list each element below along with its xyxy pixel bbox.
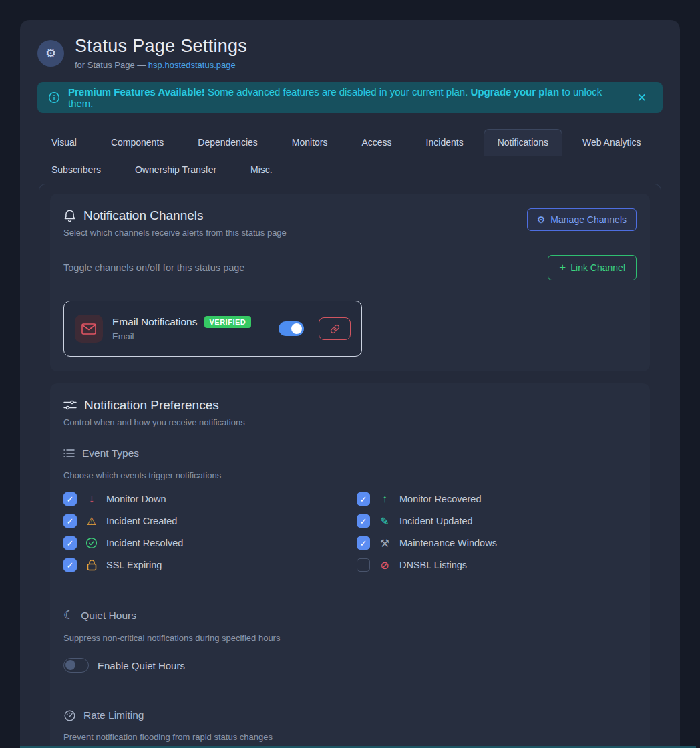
gear-icon: ⚙ bbox=[537, 214, 546, 225]
channels-title-row: Notification Channels bbox=[63, 208, 287, 223]
rate-limiting-subtitle: Prevent notification flooding from rapid… bbox=[63, 732, 637, 742]
event-types-title-row: Event Types bbox=[63, 447, 637, 459]
channel-link-button[interactable] bbox=[319, 317, 351, 340]
event-type-label: Incident Resolved bbox=[106, 538, 183, 548]
event-type-label: DNSBL Listings bbox=[399, 560, 467, 570]
tab-misc[interactable]: Misc. bbox=[236, 156, 287, 183]
tab-subscribers[interactable]: Subscribers bbox=[37, 156, 115, 183]
event-type-label: Maintenance Windows bbox=[399, 538, 497, 548]
preferences-subtitle: Control when and how you receive notific… bbox=[63, 417, 637, 427]
close-icon: ✕ bbox=[637, 91, 647, 104]
event-type-maintenance-windows[interactable]: ⚒ Maintenance Windows bbox=[357, 536, 637, 550]
event-types-subtitle: Choose which events trigger notification… bbox=[63, 470, 637, 480]
check-circle-icon bbox=[85, 537, 98, 549]
checkbox[interactable] bbox=[63, 492, 77, 506]
checkbox[interactable] bbox=[357, 492, 370, 506]
bell-icon bbox=[63, 209, 76, 223]
warning-triangle-icon: ⚠ bbox=[85, 515, 98, 528]
event-type-monitor-recovered[interactable]: ↑ Monitor Recovered bbox=[357, 492, 637, 506]
arrow-down-icon: ↓ bbox=[85, 493, 98, 505]
checkbox[interactable] bbox=[63, 514, 77, 528]
quiet-hours-title-row: ☾ Quiet Hours bbox=[63, 608, 637, 622]
channel-name: Email Notifications bbox=[112, 316, 198, 328]
checkbox[interactable] bbox=[357, 536, 370, 550]
event-types-grid: ↓ Monitor Down ↑ Monitor Recovered ⚠ Inc… bbox=[63, 492, 637, 572]
link-channel-label: Link Channel bbox=[570, 262, 625, 273]
rate-limiting-title: Rate Limiting bbox=[83, 709, 144, 721]
event-type-monitor-down[interactable]: ↓ Monitor Down bbox=[63, 492, 343, 506]
manage-channels-button[interactable]: ⚙ Manage Channels bbox=[527, 208, 637, 231]
channel-type: Email bbox=[112, 331, 269, 341]
notification-preferences-card: Notification Preferences Control when an… bbox=[50, 383, 650, 748]
info-icon bbox=[48, 91, 60, 104]
preferences-title-row: Notification Preferences bbox=[63, 398, 637, 413]
tab-web-analytics[interactable]: Web Analytics bbox=[568, 129, 655, 156]
event-type-label: Incident Created bbox=[106, 516, 177, 526]
banner-text: Premium Features Available! Some advance… bbox=[68, 86, 624, 109]
arrow-up-icon: ↑ bbox=[378, 493, 391, 505]
tab-visual[interactable]: Visual bbox=[37, 129, 91, 156]
channels-subtitle: Select which channels receive alerts fro… bbox=[63, 228, 287, 238]
ban-icon: ⊘ bbox=[378, 559, 391, 572]
email-channel-toggle[interactable] bbox=[279, 321, 304, 336]
moon-icon: ☾ bbox=[63, 608, 73, 622]
tab-access[interactable]: Access bbox=[347, 129, 405, 156]
event-types-title: Event Types bbox=[82, 447, 139, 459]
page-header: ⚙ Status Page Settings for Status Page —… bbox=[37, 36, 663, 70]
envelope-icon bbox=[81, 323, 96, 335]
tab-components[interactable]: Components bbox=[97, 129, 178, 156]
quiet-hours-toggle[interactable] bbox=[63, 658, 89, 673]
preferences-title: Notification Preferences bbox=[84, 398, 219, 413]
manage-channels-label: Manage Channels bbox=[550, 214, 627, 225]
page-title: Status Page Settings bbox=[75, 36, 247, 57]
gauge-icon bbox=[63, 710, 76, 721]
page-subtitle: for Status Page — hsp.hostedstatus.page bbox=[75, 60, 247, 70]
event-type-label: Incident Updated bbox=[399, 516, 473, 526]
toggle-knob bbox=[65, 660, 75, 670]
lock-icon bbox=[85, 559, 98, 571]
event-type-label: Monitor Recovered bbox=[399, 494, 482, 504]
tab-ownership-transfer[interactable]: Ownership Transfer bbox=[121, 156, 230, 183]
banner-bold: Premium Features Available! bbox=[68, 86, 205, 98]
section-divider bbox=[63, 689, 637, 689]
event-type-label: Monitor Down bbox=[106, 494, 166, 504]
checkbox[interactable] bbox=[357, 514, 370, 528]
premium-banner: Premium Features Available! Some advance… bbox=[37, 82, 663, 113]
crossed-tools-icon: ⚒ bbox=[378, 537, 391, 550]
status-page-link[interactable]: hsp.hostedstatus.page bbox=[148, 60, 236, 70]
settings-panel: ⚙ Status Page Settings for Status Page —… bbox=[20, 20, 680, 748]
upgrade-plan-link[interactable]: Upgrade your plan bbox=[471, 86, 560, 98]
settings-tabs: Visual Components Dependencies Monitors … bbox=[37, 129, 665, 184]
link-channel-button[interactable]: + Link Channel bbox=[548, 255, 637, 280]
banner-body: Some advanced features are disabled in y… bbox=[205, 86, 471, 98]
checkbox[interactable] bbox=[63, 558, 77, 572]
tab-incidents[interactable]: Incidents bbox=[412, 129, 478, 156]
checkbox[interactable] bbox=[357, 558, 370, 572]
event-type-incident-updated[interactable]: ✎ Incident Updated bbox=[357, 514, 637, 528]
event-type-incident-resolved[interactable]: Incident Resolved bbox=[63, 536, 343, 550]
tab-dependencies[interactable]: Dependencies bbox=[184, 129, 272, 156]
tab-monitors[interactable]: Monitors bbox=[278, 129, 342, 156]
sliders-icon bbox=[63, 399, 77, 411]
tab-notifications[interactable]: Notifications bbox=[484, 129, 562, 156]
pencil-icon: ✎ bbox=[378, 515, 391, 528]
checkbox[interactable] bbox=[63, 536, 77, 550]
toggle-knob bbox=[291, 323, 302, 334]
event-type-ssl-expiring[interactable]: SSL Expiring bbox=[63, 558, 343, 572]
quiet-hours-title: Quiet Hours bbox=[81, 610, 136, 622]
list-icon bbox=[63, 449, 75, 458]
channels-title: Notification Channels bbox=[83, 208, 204, 223]
notification-channels-card: Notification Channels Select which chann… bbox=[50, 194, 650, 371]
event-type-label: SSL Expiring bbox=[106, 560, 162, 570]
email-channel-card: Email Notifications VERIFIED Email bbox=[63, 301, 362, 357]
quiet-hours-toggle-label: Enable Quiet Hours bbox=[98, 660, 185, 671]
quiet-hours-subtitle: Suppress non-critical notifications duri… bbox=[63, 633, 637, 643]
email-channel-tile bbox=[75, 315, 103, 343]
gear-icon: ⚙ bbox=[45, 46, 56, 61]
notifications-tab-content: Notification Channels Select which chann… bbox=[39, 184, 661, 748]
event-type-incident-created[interactable]: ⚠ Incident Created bbox=[63, 514, 343, 528]
chain-link-icon bbox=[330, 324, 340, 334]
banner-close-button[interactable]: ✕ bbox=[632, 88, 652, 108]
subtitle-prefix: for Status Page — bbox=[75, 60, 148, 70]
event-type-dnsbl-listings[interactable]: ⊘ DNSBL Listings bbox=[357, 558, 637, 572]
